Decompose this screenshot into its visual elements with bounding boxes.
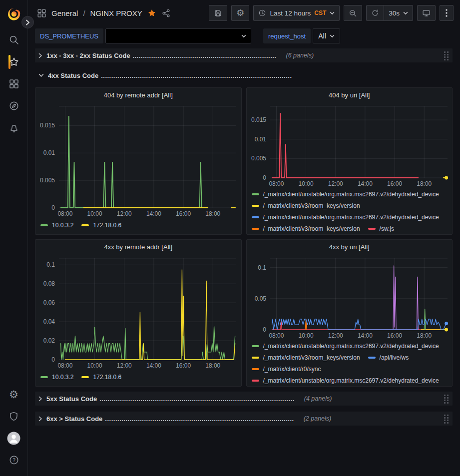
row-1xx-3xx-2xx[interactable]: 1xx - 3xx - 2xx Status Code ............… — [35, 48, 453, 62]
monitor-icon — [422, 9, 431, 17]
row-title: 1xx - 3xx - 2xx Status Code — [46, 52, 130, 59]
legend-item[interactable]: 10.0.3.2 — [40, 222, 73, 229]
panel-header[interactable]: 404 by remote addr [All] — [35, 88, 241, 102]
dashboard-scroll-area: 1xx - 3xx - 2xx Status Code ............… — [28, 46, 460, 476]
row-5xx[interactable]: 5xx Status Code ........................… — [35, 392, 453, 406]
sidebar-item-explore[interactable] — [0, 95, 27, 117]
svg-text:14:00: 14:00 — [357, 180, 372, 187]
gear-icon: ⚙ — [9, 389, 18, 400]
clock-icon — [258, 9, 266, 17]
refresh-interval-picker[interactable]: 30s — [384, 5, 413, 21]
zoom-out-time-button[interactable] — [344, 5, 362, 21]
refresh-group: 30s — [366, 5, 413, 21]
sidebar-item-help[interactable]: ? — [0, 449, 27, 471]
svg-text:14:00: 14:00 — [146, 362, 161, 369]
legend-item[interactable]: 172.18.0.6 — [81, 222, 121, 229]
svg-text:16:00: 16:00 — [176, 362, 191, 369]
row-drag-handle[interactable] — [444, 394, 449, 406]
legend-item[interactable]: /_matrix/client/unstable/org.matrix.msc2… — [252, 343, 439, 350]
row-drag-handle[interactable] — [444, 51, 449, 62]
breadcrumb-section[interactable]: General — [51, 9, 78, 17]
svg-text:12:00: 12:00 — [117, 210, 132, 217]
sidebar-item-starred[interactable] — [0, 51, 27, 73]
sidebar-item-search[interactable] — [0, 29, 27, 51]
legend-series-swatch — [81, 224, 89, 226]
more-options-button[interactable] — [440, 5, 454, 21]
panel-title: 404 by uri [All] — [329, 91, 370, 99]
svg-text:12:00: 12:00 — [117, 362, 132, 369]
legend-series-swatch — [252, 368, 259, 370]
request-host-variable-value[interactable]: All — [313, 28, 340, 43]
legend-item[interactable]: /_matrix/client/unstable/org.matrix.msc2… — [252, 377, 439, 384]
save-dashboard-button[interactable] — [209, 5, 227, 21]
row-panel-count: (2 panels) — [304, 415, 332, 422]
row-6xx[interactable]: 6xx > Status Code ......................… — [35, 412, 453, 426]
row-panel-count: (6 panels) — [286, 52, 314, 59]
sidebar-item-server-admin[interactable] — [0, 405, 27, 427]
time-range-picker[interactable]: Last 12 hours CST — [253, 5, 340, 21]
search-icon — [8, 34, 19, 45]
legend-row: /_matrix/client/v3/room_keys/version/api… — [252, 352, 448, 363]
datasource-variable-label[interactable]: DS_PROMETHEUS — [35, 28, 103, 43]
refresh-button[interactable] — [366, 5, 384, 21]
datasource-variable-value[interactable] — [105, 28, 251, 43]
row-4xx[interactable]: 4xx Status Code ........................… — [35, 68, 453, 82]
legend-item[interactable]: /_matrix/client/unstable/org.matrix.msc2… — [252, 214, 439, 221]
share-dashboard-button[interactable] — [161, 8, 171, 18]
svg-text:0.1: 0.1 — [46, 261, 55, 268]
sidebar-item-alerting[interactable] — [0, 117, 27, 139]
legend-row: /_matrix/client/unstable/org.matrix.msc2… — [252, 340, 448, 352]
svg-text:08:00: 08:00 — [269, 180, 284, 187]
tv-mode-button[interactable] — [417, 5, 436, 21]
dashboard-settings-button[interactable]: ⚙ — [231, 5, 249, 21]
legend-series-swatch — [40, 376, 48, 378]
legend-row: /_matrix/client/unstable/org.matrix.msc2… — [252, 188, 448, 200]
timeseries-chart[interactable]: 00.0050.010.01508:0010:0012:0014:0016:00… — [247, 102, 453, 188]
row-title: 6xx > Status Code — [46, 415, 102, 423]
timeseries-chart[interactable]: 00.050.108:0010:0012:0014:0016:0018:00 — [247, 254, 453, 340]
svg-text:18:00: 18:00 — [205, 210, 220, 217]
sidebar-item-dashboards[interactable] — [0, 73, 27, 95]
legend-series-label: /_matrix/client/v3/room_keys/version — [263, 202, 360, 209]
legend-item[interactable]: /sw.js — [368, 225, 394, 232]
svg-text:0.1: 0.1 — [258, 264, 266, 271]
sidebar-expand-button[interactable] — [21, 16, 34, 28]
panel-header[interactable]: 4xx by uri [All] — [247, 240, 453, 254]
panel-header[interactable]: 4xx by remote addr [All] — [35, 240, 241, 254]
svg-text:08:00: 08:00 — [57, 210, 72, 217]
request-host-variable-label[interactable]: request_host — [263, 28, 311, 43]
panel-404-by-remote-addr: 404 by remote addr [All] 00.0050.010.015… — [35, 87, 242, 235]
zoom-out-icon — [349, 9, 357, 17]
legend-item[interactable]: 172.18.0.6 — [81, 374, 121, 381]
row-panel-count: (4 panels) — [304, 395, 332, 402]
chevron-down-icon — [241, 34, 246, 38]
svg-text:18:00: 18:00 — [417, 180, 432, 187]
svg-text:0.05: 0.05 — [254, 295, 266, 302]
legend-item[interactable]: /_matrix/client/v3/room_keys/version — [252, 354, 360, 361]
svg-text:0: 0 — [51, 356, 55, 363]
row-drag-handle[interactable] — [444, 414, 449, 426]
sidebar-item-profile[interactable] — [0, 427, 27, 449]
svg-text:0.005: 0.005 — [40, 177, 55, 184]
legend-item[interactable]: /_matrix/client/v3/room_keys/version — [252, 202, 360, 209]
legend-series-label: /_matrix/client/unstable/org.matrix.msc2… — [263, 377, 439, 384]
svg-text:10:00: 10:00 — [298, 332, 313, 339]
breadcrumb: General / NGINX PROXY — [37, 8, 171, 18]
apps-grid-icon — [37, 8, 46, 18]
legend-item[interactable]: /_matrix/client/unstable/org.matrix.msc2… — [252, 191, 439, 198]
sidebar-bottom-group: ⚙ ? — [0, 383, 27, 471]
favorite-star-button[interactable] — [147, 8, 156, 17]
sidebar-item-configuration[interactable]: ⚙ — [0, 383, 27, 405]
star-icon — [8, 56, 19, 67]
timeseries-chart[interactable]: 00.020.040.060.080.108:0010:0012:0014:00… — [35, 254, 241, 370]
legend-item[interactable]: /_matrix/client/r0/sync — [252, 366, 321, 373]
svg-text:0.015: 0.015 — [40, 122, 55, 129]
svg-text:12:00: 12:00 — [328, 332, 343, 339]
legend-series-label: /api/live/ws — [380, 354, 409, 361]
timeseries-chart[interactable]: 00.0050.010.01508:0010:0012:0014:0016:00… — [35, 102, 241, 218]
svg-text:0: 0 — [263, 326, 266, 333]
legend-item[interactable]: /_matrix/client/v3/room_keys/version — [252, 225, 360, 232]
panel-header[interactable]: 404 by uri [All] — [247, 88, 453, 102]
legend-item[interactable]: /api/live/ws — [368, 354, 409, 361]
legend-item[interactable]: 10.0.3.2 — [40, 374, 73, 381]
